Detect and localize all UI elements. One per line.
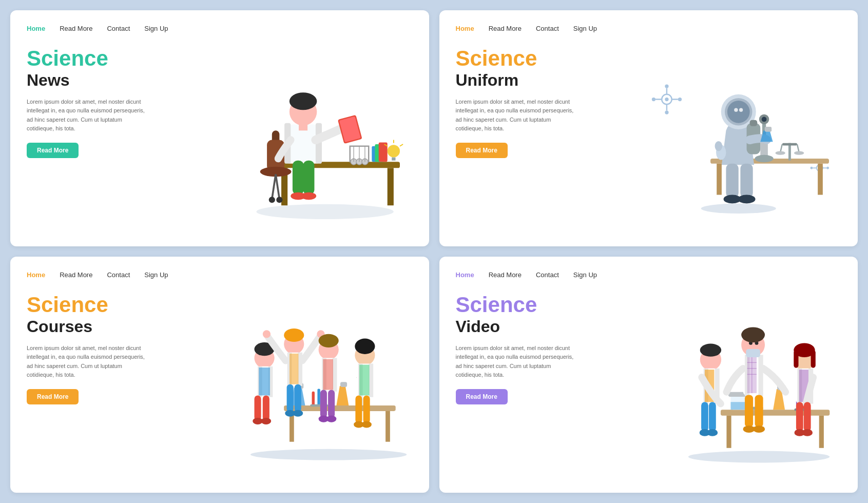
content-uniform: Science Uniform Lorem ipsum dolor sit am… xyxy=(456,42,842,232)
svg-rect-93 xyxy=(318,389,320,405)
desc-news: Lorem ipsum dolor sit amet, mel noster d… xyxy=(27,98,145,133)
svg-rect-126 xyxy=(333,358,337,392)
svg-rect-90 xyxy=(385,411,390,442)
svg-point-54 xyxy=(810,167,813,169)
svg-rect-139 xyxy=(363,395,370,423)
nav-readmore-2[interactable]: Read More xyxy=(489,25,522,32)
btn-readmore-video[interactable]: Read More xyxy=(456,389,508,404)
title-science-video-plain: Video xyxy=(456,317,629,336)
svg-rect-83 xyxy=(740,164,753,198)
svg-point-65 xyxy=(761,117,766,122)
svg-point-142 xyxy=(688,451,830,463)
content-video: Science Video Lorem ipsum dolor sit amet… xyxy=(456,288,842,478)
svg-point-178 xyxy=(741,327,765,342)
svg-point-62 xyxy=(755,155,773,163)
svg-rect-186 xyxy=(811,350,815,367)
btn-readmore-courses[interactable]: Read More xyxy=(27,389,79,404)
text-courses: Science Courses Lorem ipsum dolor sit am… xyxy=(27,288,200,478)
svg-rect-191 xyxy=(796,402,803,431)
svg-rect-145 xyxy=(819,416,823,448)
svg-point-44 xyxy=(651,98,655,101)
illustration-news xyxy=(200,42,412,232)
card-science-uniform: Home Read More Contact Sign Up Science U… xyxy=(439,10,858,246)
svg-point-46 xyxy=(665,84,668,88)
title-science-news-plain: News xyxy=(27,70,200,90)
svg-rect-143 xyxy=(721,410,830,415)
btn-readmore-uniform[interactable]: Read More xyxy=(456,143,508,158)
nav-contact-1[interactable]: Contact xyxy=(107,25,130,32)
svg-rect-185 xyxy=(794,350,798,367)
svg-rect-17 xyxy=(299,123,307,131)
svg-point-123 xyxy=(319,334,339,347)
nav-signup-2[interactable]: Sign Up xyxy=(573,25,597,32)
nav-signup-3[interactable]: Sign Up xyxy=(144,271,168,279)
title-science-news-colored: Science xyxy=(27,47,200,70)
title-science-uniform-colored: Science xyxy=(456,47,629,70)
nav-science-uniform: Home Read More Contact Sign Up xyxy=(456,25,842,32)
svg-point-40 xyxy=(665,98,668,101)
nav-contact-4[interactable]: Contact xyxy=(536,271,559,279)
svg-line-37 xyxy=(400,144,403,146)
svg-rect-19 xyxy=(339,117,361,142)
card-science-video: Home Read More Contact Sign Up Science V… xyxy=(439,257,858,493)
svg-rect-180 xyxy=(755,395,763,427)
svg-rect-115 xyxy=(290,354,298,384)
svg-point-87 xyxy=(250,449,407,460)
svg-point-75 xyxy=(734,108,738,112)
svg-point-131 xyxy=(326,416,337,422)
nav-home-4[interactable]: Home xyxy=(456,271,474,279)
svg-rect-3 xyxy=(388,168,394,205)
svg-rect-129 xyxy=(328,390,335,418)
svg-rect-81 xyxy=(764,127,771,132)
nav-readmore-3[interactable]: Read More xyxy=(60,271,92,279)
svg-rect-136 xyxy=(369,363,374,397)
svg-rect-147 xyxy=(730,402,747,410)
svg-rect-58 xyxy=(717,164,722,195)
desc-video: Lorem ipsum dolor sit amet, mel noster d… xyxy=(456,344,574,380)
svg-rect-118 xyxy=(287,384,294,412)
illustration-uniform xyxy=(629,42,841,232)
svg-rect-105 xyxy=(259,367,270,395)
svg-rect-21 xyxy=(303,161,315,195)
nav-home-1[interactable]: Home xyxy=(27,25,45,32)
svg-point-9 xyxy=(269,197,275,203)
svg-rect-162 xyxy=(701,402,708,431)
svg-point-10 xyxy=(276,197,282,203)
svg-rect-82 xyxy=(726,164,738,198)
svg-rect-128 xyxy=(320,390,327,418)
nav-readmore-1[interactable]: Read More xyxy=(60,25,92,32)
svg-rect-96 xyxy=(340,382,347,387)
title-science-video-colored: Science xyxy=(456,293,629,317)
svg-point-34 xyxy=(388,145,400,157)
svg-point-80 xyxy=(715,141,722,151)
nav-science-courses: Home Read More Contact Sign Up xyxy=(27,271,413,279)
svg-rect-138 xyxy=(356,395,362,423)
svg-point-76 xyxy=(739,108,743,112)
svg-rect-169 xyxy=(758,355,763,396)
svg-point-23 xyxy=(301,192,316,200)
svg-rect-119 xyxy=(295,384,301,412)
title-science-courses-plain: Courses xyxy=(27,317,200,336)
svg-rect-144 xyxy=(726,416,731,448)
svg-point-0 xyxy=(257,204,394,219)
text-video: Science Video Lorem ipsum dolor sit amet… xyxy=(456,288,629,478)
nav-signup-4[interactable]: Sign Up xyxy=(573,271,597,279)
svg-point-121 xyxy=(293,410,303,417)
svg-point-42 xyxy=(678,98,681,101)
content-courses: Science Courses Lorem ipsum dolor sit am… xyxy=(27,288,413,478)
svg-point-52 xyxy=(826,167,829,169)
svg-point-133 xyxy=(355,338,375,354)
svg-rect-106 xyxy=(255,395,261,420)
nav-contact-2[interactable]: Contact xyxy=(536,25,559,32)
svg-point-74 xyxy=(727,101,750,123)
content-news: Science News Lorem ipsum dolor sit amet,… xyxy=(27,42,413,232)
nav-home-2[interactable]: Home xyxy=(456,25,474,32)
svg-point-116 xyxy=(263,330,271,338)
nav-contact-3[interactable]: Contact xyxy=(107,271,130,279)
btn-readmore-news[interactable]: Read More xyxy=(27,143,79,158)
nav-signup-1[interactable]: Sign Up xyxy=(144,25,168,32)
nav-home-3[interactable]: Home xyxy=(27,271,45,279)
nav-readmore-4[interactable]: Read More xyxy=(489,271,522,279)
svg-rect-20 xyxy=(293,161,304,195)
svg-point-48 xyxy=(665,110,668,114)
